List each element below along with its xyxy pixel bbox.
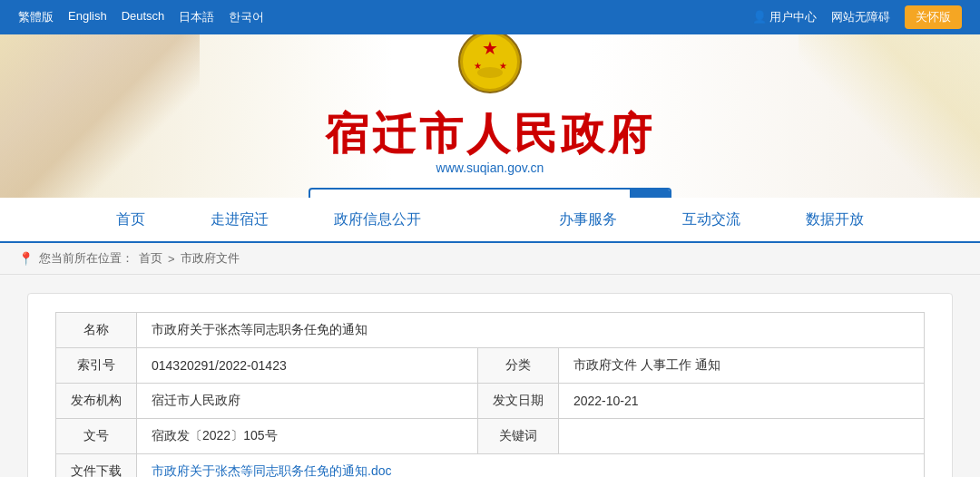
national-emblem: ★ ★ ★: [457, 34, 523, 94]
svg-text:★: ★: [482, 38, 498, 58]
document-card: 名称 市政府关于张杰等同志职务任免的通知 索引号 014320291/2022-…: [27, 293, 953, 477]
table-row: 索引号 014320291/2022-01423 分类 市政府文件 人事工作 通…: [56, 348, 925, 384]
nav-home[interactable]: 首页: [83, 198, 178, 241]
breadcrumb: 📍 您当前所在位置： 首页 > 市政府文件: [0, 243, 980, 275]
nav-service[interactable]: 办事服务: [526, 198, 650, 241]
nav-items: 首页 走进宿迁 政府信息公开 办事服务 互动交流 数据开放: [83, 198, 897, 241]
main-content: 名称 市政府关于张杰等同志职务任免的通知 索引号 014320291/2022-…: [0, 275, 980, 477]
label-date: 发文日期: [477, 384, 558, 419]
label-docno: 文号: [56, 419, 137, 454]
label-category: 分类: [477, 348, 558, 384]
doc-title: 市政府关于张杰等同志职务任免的通知: [137, 313, 925, 348]
location-icon: 📍: [18, 251, 34, 266]
doc-index: 014320291/2022-01423: [137, 348, 478, 384]
site-header: ★ ★ ★ 宿迁市人民政府 www.suqian.gov.cn: [0, 34, 980, 198]
doc-publisher: 宿迁市人民政府: [137, 384, 478, 419]
top-bar: 繁體版 English Deutsch 日本語 한국어 👤用户中心 网站无障碍 …: [0, 0, 980, 34]
breadcrumb-prefix: 您当前所在位置：: [39, 250, 133, 267]
search-input[interactable]: [310, 192, 630, 198]
table-row: 文号 宿政发〔2022〕105号 关键词: [56, 419, 925, 454]
download-link[interactable]: 市政府关于张杰等同志职务任免的通知.doc: [152, 463, 391, 477]
search-bar: [309, 188, 671, 198]
label-name: 名称: [56, 313, 137, 348]
nav-info[interactable]: 政府信息公开: [301, 198, 454, 241]
label-publisher: 发布机构: [56, 384, 137, 419]
nav-bar: 首页 走进宿迁 政府信息公开 办事服务 互动交流 数据开放: [0, 198, 980, 243]
breadcrumb-current: 市政府文件: [181, 250, 240, 267]
label-index: 索引号: [56, 348, 137, 384]
lang-english[interactable]: English: [68, 9, 107, 25]
lang-japanese[interactable]: 日本語: [179, 9, 214, 25]
document-table: 名称 市政府关于张杰等同志职务任免的通知 索引号 014320291/2022-…: [55, 312, 925, 477]
doc-date: 2022-10-21: [558, 384, 924, 419]
table-row: 发布机构 宿迁市人民政府 发文日期 2022-10-21: [56, 384, 925, 419]
care-version-button[interactable]: 关怀版: [905, 5, 962, 29]
site-url: www.suqian.gov.cn: [436, 161, 544, 175]
nav-interact[interactable]: 互动交流: [650, 198, 773, 241]
nav-data[interactable]: 数据开放: [773, 198, 897, 241]
top-right-actions: 👤用户中心 网站无障碍 关怀版: [752, 5, 962, 29]
doc-docno: 宿政发〔2022〕105号: [137, 419, 478, 454]
label-download: 文件下载: [56, 454, 137, 478]
breadcrumb-home[interactable]: 首页: [139, 250, 162, 267]
doc-category: 市政府文件 人事工作 通知: [558, 348, 924, 384]
table-row: 名称 市政府关于张杰等同志职务任免的通知: [56, 313, 925, 348]
nav-about[interactable]: 走进宿迁: [178, 198, 301, 241]
doc-download: 市政府关于张杰等同志职务任免的通知.doc: [137, 454, 925, 478]
breadcrumb-separator: >: [168, 252, 175, 266]
doc-keyword: [558, 419, 924, 454]
lang-switcher: 繁體版 English Deutsch 日本語 한국어: [18, 9, 264, 25]
accessibility-link[interactable]: 网站无障碍: [831, 9, 890, 25]
user-center-link[interactable]: 👤用户中心: [752, 9, 817, 25]
label-keyword: 关键词: [477, 419, 558, 454]
lang-deutsch[interactable]: Deutsch: [122, 9, 165, 25]
lang-trad-chinese[interactable]: 繁體版: [18, 9, 54, 25]
table-row: 文件下载 市政府关于张杰等同志职务任免的通知.doc: [56, 454, 925, 478]
site-title: 宿迁市人民政府: [325, 111, 655, 159]
lang-korean[interactable]: 한국어: [229, 9, 264, 25]
search-button[interactable]: [630, 190, 670, 198]
svg-point-5: [477, 67, 503, 78]
